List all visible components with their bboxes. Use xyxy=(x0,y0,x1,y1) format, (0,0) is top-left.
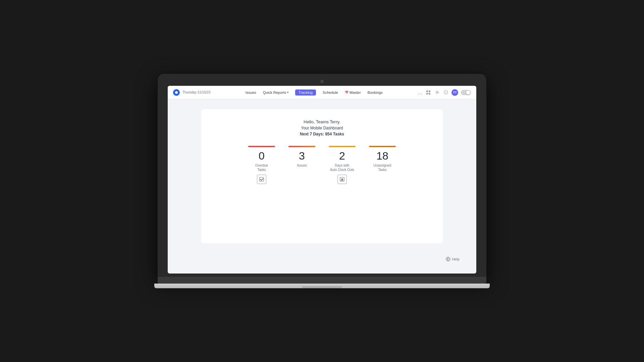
screen-bezel: Thursday 11/16/23 Issues Quick Reports ▾… xyxy=(158,74,486,277)
clockouts-number: 2 xyxy=(339,150,345,161)
clockouts-bar xyxy=(329,146,356,147)
overdue-action-button[interactable] xyxy=(257,175,266,184)
chevron-down-icon: ▾ xyxy=(287,91,288,94)
nav-center: Issues Quick Reports ▾ Tracking Schedule… xyxy=(210,89,418,96)
overdue-number: 0 xyxy=(259,150,265,161)
nav-date: Thursday 11/16/23 xyxy=(182,90,210,94)
theme-toggle[interactable] xyxy=(461,90,471,95)
laptop-notch xyxy=(302,286,342,288)
laptop-base xyxy=(154,284,490,288)
issues-bar xyxy=(288,146,315,147)
stat-unassigned-tasks: 18 UnassignedTasks xyxy=(364,146,401,172)
dashboard-panel: Hello, Teams Terry. Your Mobile Dashboar… xyxy=(201,109,443,243)
navbar: Thursday 11/16/23 Issues Quick Reports ▾… xyxy=(168,86,476,99)
nav-quick-reports[interactable]: Quick Reports ▾ xyxy=(263,90,289,95)
user-avatar[interactable]: TT xyxy=(451,89,458,96)
unassigned-number: 18 xyxy=(376,150,388,161)
content-area: Hello, Teams Terry. Your Mobile Dashboar… xyxy=(168,99,476,274)
logo-inner xyxy=(175,91,178,94)
calendar-icon: 📅 xyxy=(345,91,348,94)
overdue-label: OverdueTasks xyxy=(255,163,268,172)
laptop-container: Thursday 11/16/23 Issues Quick Reports ▾… xyxy=(158,74,486,288)
stat-issues: 3 Issues xyxy=(283,146,320,168)
help-label[interactable]: Help xyxy=(452,257,460,261)
subtitle-text: Your Mobile Dashboard xyxy=(301,126,343,130)
unassigned-label: UnassignedTasks xyxy=(374,163,391,172)
svg-rect-3 xyxy=(429,93,430,95)
issues-label: Issues xyxy=(297,163,307,168)
screen: Thursday 11/16/23 Issues Quick Reports ▾… xyxy=(168,86,476,274)
laptop-bottom-bezel xyxy=(158,277,486,284)
stat-overdue-tasks: 0 OverdueTasks xyxy=(243,146,280,184)
help-icon[interactable]: ? xyxy=(443,89,449,96)
camera-notch xyxy=(320,80,324,83)
nav-issues[interactable]: Issues xyxy=(246,90,256,95)
upload-icon xyxy=(340,177,344,182)
help-section: Help xyxy=(446,257,460,261)
settings-icon[interactable] xyxy=(434,89,440,96)
nav-actions: ... xyxy=(418,89,471,96)
nav-master[interactable]: 📅 Master xyxy=(345,90,361,95)
svg-rect-2 xyxy=(426,93,428,95)
nav-tracking[interactable]: Tracking xyxy=(295,89,316,96)
app-logo[interactable] xyxy=(173,89,180,96)
clockouts-action-button[interactable] xyxy=(337,175,347,184)
unassigned-bar xyxy=(369,146,396,147)
grid-icon[interactable] xyxy=(425,89,431,96)
check-icon xyxy=(259,177,264,182)
clockouts-label: Days withAuto Clock Outs xyxy=(330,163,354,172)
svg-point-4 xyxy=(436,92,438,93)
stat-clock-outs: 2 Days withAuto Clock Outs xyxy=(324,146,361,184)
nav-schedule[interactable]: Schedule xyxy=(323,90,338,95)
svg-rect-0 xyxy=(426,90,428,92)
next7days-text: Next 7 Days: 854 Tasks xyxy=(300,132,344,136)
svg-text:?: ? xyxy=(445,91,447,94)
more-options-button[interactable]: ... xyxy=(418,90,423,95)
nav-bookings[interactable]: Bookings xyxy=(368,90,383,95)
greeting-text: Hello, Teams Terry. xyxy=(304,119,340,124)
toggle-knob xyxy=(466,90,470,95)
stats-row: 0 OverdueTasks xyxy=(243,146,401,184)
svg-rect-1 xyxy=(429,90,430,92)
overdue-bar xyxy=(248,146,275,147)
help-globe-icon[interactable] xyxy=(446,257,450,261)
issues-number: 3 xyxy=(299,150,305,161)
